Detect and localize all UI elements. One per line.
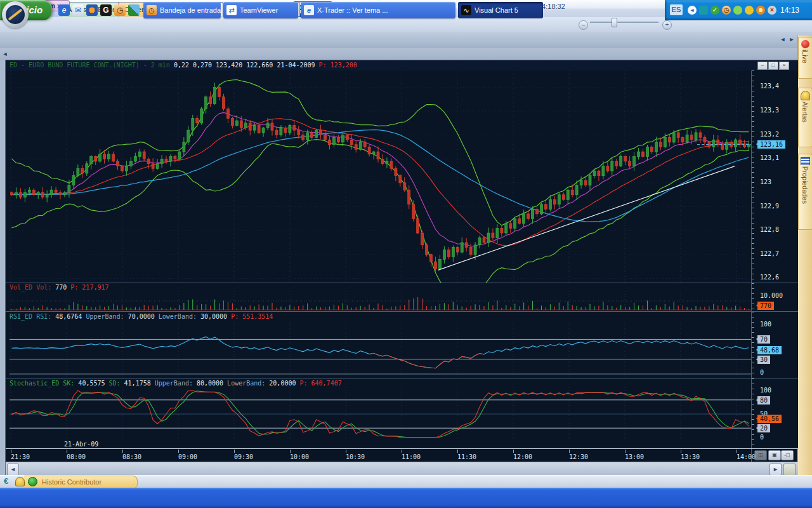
chart-tool-button[interactable]: ◫ bbox=[754, 450, 767, 460]
scroll-left-icon[interactable]: ◄ bbox=[7, 464, 19, 476]
time-tick: 21:30 bbox=[11, 453, 30, 460]
price-chart-canvas[interactable] bbox=[10, 70, 751, 283]
pin-chart-icon[interactable]: -◻ bbox=[781, 450, 794, 460]
sidebar-tab-propiedades[interactable]: Propiedades bbox=[798, 154, 812, 230]
zoom-slider[interactable]: – + bbox=[579, 17, 674, 32]
price-axis[interactable]: 123,4 123,3 123,2 123,16 123,1 123 122,9… bbox=[752, 70, 798, 283]
doc-scroll-left-icon[interactable]: ◄ bbox=[1, 50, 9, 58]
rsi-scale-bottom: 0 bbox=[760, 369, 764, 376]
save-chart-icon[interactable]: ▣ bbox=[768, 450, 781, 460]
tray-time: 14:13 bbox=[780, 6, 799, 15]
time-tick: 08:00 bbox=[67, 453, 86, 460]
last-price-badge: 123,16 bbox=[757, 140, 785, 149]
pane-minimize-icon[interactable]: – bbox=[757, 62, 768, 70]
zoom-slider-thumb[interactable] bbox=[612, 18, 617, 27]
price-tick: 122,8 bbox=[760, 226, 779, 233]
ie-quicklaunch-icon[interactable]: e bbox=[58, 4, 70, 16]
stoch-chart-canvas[interactable] bbox=[10, 387, 751, 439]
stoch-label: Stochastic_ED SK: bbox=[10, 380, 74, 387]
pane-maximize-icon[interactable]: □ bbox=[768, 62, 778, 70]
volume-axis[interactable]: 10.000 770 bbox=[752, 283, 798, 311]
messenger-quicklaunch-icon[interactable]: ✉ bbox=[72, 4, 84, 16]
time-tick: 11:00 bbox=[402, 453, 421, 460]
visualchart-task-icon: ∿ bbox=[461, 5, 471, 15]
rsi-value-badge: 48,68 bbox=[757, 346, 782, 354]
price-tick: 123,3 bbox=[760, 107, 779, 114]
rsi-scale-top: 100 bbox=[760, 321, 771, 328]
time-tick: 14:00 bbox=[737, 453, 756, 460]
zoom-out-icon[interactable]: – bbox=[579, 20, 588, 30]
sidebar-tab-ilive[interactable]: iLive bbox=[798, 37, 812, 79]
tray-user-icon[interactable] bbox=[733, 6, 742, 15]
chart-title: ED - EURO BUND FUTURE CONT.(NIGHT) - 2 m… bbox=[10, 62, 170, 69]
clock-app-quicklaunch-icon[interactable]: ◷ bbox=[114, 4, 126, 16]
time-tick: 13:00 bbox=[625, 453, 644, 460]
chart-hscrollbar[interactable]: ◄ ► bbox=[6, 462, 798, 476]
tabs-scroll-right-icon[interactable]: ► bbox=[788, 35, 796, 44]
rsi-upper-badge: 70 bbox=[757, 335, 770, 344]
rsi-lower-badge: 30 bbox=[757, 356, 770, 364]
price-pane-window-buttons: –□× bbox=[757, 62, 789, 70]
time-tick: 09:30 bbox=[234, 453, 253, 460]
stoch-upper-badge: 80 bbox=[757, 396, 770, 404]
tray-volume-muted-icon[interactable]: × bbox=[768, 6, 776, 15]
time-tick: 10:00 bbox=[290, 453, 309, 460]
task-bandeja[interactable]: ◷ Bandeja de entrada -... bbox=[143, 2, 221, 18]
price-tick: 123,2 bbox=[760, 131, 779, 138]
language-indicator[interactable]: ES bbox=[670, 4, 683, 15]
connection-sphere-icon[interactable] bbox=[28, 477, 37, 486]
ilive-sphere-icon bbox=[801, 40, 809, 48]
mediaplayer-quicklaunch-icon[interactable] bbox=[86, 4, 98, 16]
tray-clock-icon[interactable]: ◷ bbox=[722, 6, 731, 15]
page-tab-strip bbox=[0, 32, 812, 49]
task-visual-chart[interactable]: ∿ Visual Chart 5 bbox=[458, 2, 543, 18]
time-tick: 11:30 bbox=[457, 453, 476, 460]
taskbar bbox=[0, 488, 812, 508]
tray-update-check-icon[interactable]: ✓ bbox=[710, 6, 719, 15]
full-view-button[interactable] bbox=[783, 464, 796, 476]
time-tick: 12:00 bbox=[513, 453, 532, 460]
price-tick: 123,1 bbox=[760, 154, 779, 161]
price-tick: 122,6 bbox=[760, 274, 779, 281]
chart-doc-tab-strip bbox=[0, 48, 812, 60]
sidebar-tab-alertas[interactable]: Alertas bbox=[798, 88, 812, 147]
volume-badge: 770 bbox=[757, 302, 774, 310]
alert-bell-icon[interactable] bbox=[15, 477, 24, 486]
app-logo-icon[interactable] bbox=[2, 1, 29, 28]
rsi-chart-canvas[interactable] bbox=[10, 321, 751, 378]
price-tick: 122,7 bbox=[760, 250, 779, 257]
rsi-axis[interactable]: 100 70 48,68 30 0 bbox=[752, 312, 798, 378]
tray-globe-icon[interactable] bbox=[756, 6, 765, 15]
tabs-scroll-left-icon[interactable]: ◄ bbox=[779, 35, 787, 44]
rsi-readout: RSI_ED RSI: 48,6764 UpperBand: 70,0000 L… bbox=[10, 313, 273, 320]
price-tick: 122,9 bbox=[760, 203, 779, 210]
volume-label: Vol_ED Vol: bbox=[10, 284, 51, 291]
time-tick: 12:30 bbox=[569, 453, 588, 460]
time-tick: 09:00 bbox=[178, 453, 197, 460]
time-tick: 08:30 bbox=[122, 453, 141, 460]
time-tick: 10:30 bbox=[346, 453, 365, 460]
price-tick: 123 bbox=[760, 178, 771, 185]
stoch-axis[interactable]: 100 80 50 40,56 20 0 bbox=[752, 378, 798, 448]
teamviewer-task-icon: ⇄ bbox=[226, 5, 237, 15]
chart-window: ED - EURO BUND FUTURE CONT.(NIGHT) - 2 m… bbox=[5, 60, 797, 475]
tray-collapse-icon[interactable]: ◂ bbox=[688, 6, 697, 15]
bell-icon bbox=[801, 91, 810, 100]
tray-folder-icon[interactable] bbox=[745, 6, 754, 15]
date-label: 21-Abr-09 bbox=[64, 441, 98, 448]
volume-scale-top: 10.000 bbox=[760, 292, 783, 299]
euro-feed-icon[interactable]: € bbox=[4, 477, 13, 486]
stoch-readout: Stochastic_ED SK: 40,5575 SD: 41,1758 Up… bbox=[10, 380, 342, 387]
desktop-quicklaunch-icon[interactable] bbox=[128, 4, 140, 16]
task-xtrader[interactable]: e X-Trader :: Ver tema ... bbox=[301, 2, 455, 18]
g-app-quicklaunch-icon[interactable]: G bbox=[100, 4, 112, 16]
tray-monitor-icon[interactable] bbox=[699, 6, 708, 15]
connection-status: Historic Contributor bbox=[24, 476, 138, 489]
volume-chart-canvas[interactable] bbox=[10, 291, 751, 311]
scroll-right-icon[interactable]: ► bbox=[769, 464, 782, 476]
inbox-task-icon: ◷ bbox=[147, 5, 157, 15]
zoom-in-icon[interactable]: + bbox=[662, 20, 672, 30]
task-teamviewer[interactable]: ⇄ TeamViewer bbox=[223, 2, 298, 18]
xtrader-task-icon: e bbox=[304, 5, 314, 15]
pane-close-icon[interactable]: × bbox=[779, 62, 789, 70]
